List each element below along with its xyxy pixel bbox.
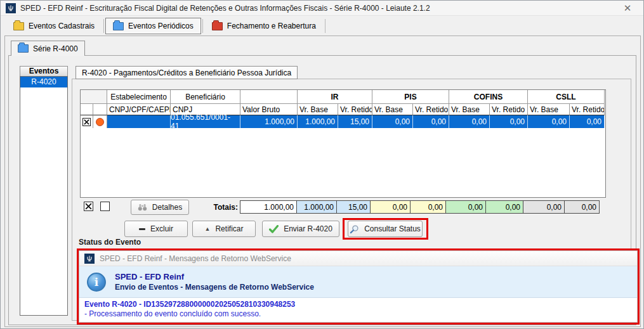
cell-csll-retido[interactable]: 0,00 [570, 115, 605, 128]
folder-blue-icon [113, 22, 124, 30]
tab-label: Fechamento e Reabertura [227, 22, 316, 30]
tab-eventos-cadastrais[interactable]: Eventos Cadastrais [6, 18, 102, 34]
tab-serie-r4000[interactable]: Série R-4000 [11, 41, 85, 56]
total-ir-base: 1.000,00 [296, 200, 337, 214]
total-cofins-retido: 0,00 [485, 200, 523, 214]
status-do-evento-label: Status do Evento [79, 238, 141, 247]
app-window: SPED - EFD Reinf - Escrituração Fiscal D… [0, 0, 644, 329]
cell-csll-base[interactable]: 0,00 [528, 115, 570, 128]
excluir-label: Excluir [150, 224, 173, 233]
cell-beneficiario-cnpj[interactable]: 01.055.651/0001-41 [171, 115, 240, 128]
group-header-pis: PIS [372, 90, 449, 104]
tab-r4020-event[interactable]: R-4020 - Pagamentos/Créditos a Beneficiá… [76, 66, 298, 79]
consultar-label: Consultar Status [364, 224, 421, 233]
event-id-line: Evento R-4020 - ID1352972880000002025052… [84, 300, 632, 309]
col-header-status [93, 104, 107, 115]
group-header-empty [240, 90, 298, 104]
select-all-checkbox[interactable] [84, 202, 93, 211]
message-panel-title: SPED - EFD Reinf - Mensagens de Retorno … [100, 254, 291, 263]
sidebar-item-r4020[interactable]: R-4020 [20, 77, 67, 87]
excluir-button[interactable]: Excluir [124, 221, 188, 237]
tab-label: Eventos Cadastrais [29, 22, 95, 30]
info-title: SPED - EFD Reinf [115, 272, 314, 281]
window-title: SPED - EFD Reinf - Escrituração Fiscal D… [20, 4, 430, 13]
info-subtitle: Envio de Eventos - Mensagens de Retorno … [115, 283, 314, 292]
serie-tab-label: Série R-4000 [33, 44, 78, 53]
total-valor-bruto: 1.000,00 [240, 200, 297, 214]
orange-circle-status-icon [96, 118, 104, 126]
row-checkbox-checked-icon[interactable] [82, 118, 91, 126]
magnifier-icon [350, 224, 359, 234]
cell-ir-base[interactable]: 1.000,00 [298, 115, 338, 128]
tab-separator [103, 19, 104, 33]
col-header-check [81, 104, 93, 115]
payments-grid[interactable]: Estabelecimento Beneficiário IR PIS COFI… [80, 89, 606, 198]
total-pis-base: 0,00 [370, 200, 411, 214]
sped-logo-icon [6, 3, 16, 13]
green-check-icon [269, 225, 279, 233]
total-ir-retido: 15,00 [336, 200, 371, 214]
group-header-cofins: COFINS [449, 90, 528, 104]
row-status-cell [93, 115, 107, 128]
cell-cofins-base[interactable]: 0,00 [449, 115, 490, 128]
cell-pis-retido[interactable]: 0,00 [413, 115, 449, 128]
consultar-status-button[interactable]: Consultar Status [348, 221, 423, 237]
sped-logo-icon [84, 254, 95, 264]
tab-label: Eventos Periódicos [128, 22, 194, 30]
col-header-csll-retido: Vr. Retido [570, 104, 605, 115]
folder-red-icon [212, 22, 223, 30]
group-header-csll: CSLL [528, 90, 605, 104]
total-csll-retido: 0,00 [564, 200, 600, 214]
binoculars-icon [138, 203, 147, 211]
total-pis-retido: 0,00 [410, 200, 446, 214]
webservice-message-panel: SPED - EFD Reinf - Mensagens de Retorno … [79, 250, 638, 323]
tab-separator [202, 19, 203, 33]
info-text-block: SPED - EFD Reinf Envio de Eventos - Mens… [115, 272, 314, 292]
grid-empty-area [81, 128, 605, 197]
col-header-cofins-base: Vr. Base [449, 104, 490, 115]
totais-label: Totais: [178, 203, 238, 212]
col-header-pis-base: Vr. Base [372, 104, 413, 115]
enviar-label: Enviar R-4020 [284, 224, 332, 233]
totals-row: 1.000,00 1.000,00 15,00 0,00 0,00 0,00 0… [240, 200, 600, 214]
cell-ir-retido[interactable]: 15,00 [338, 115, 372, 128]
message-body: Evento R-4020 - ID1352972880000002025052… [79, 298, 637, 322]
message-info-header: i SPED - EFD Reinf Envio de Eventos - Me… [79, 266, 637, 298]
enviar-r4020-button[interactable]: Enviar R-4020 [262, 221, 339, 237]
group-header-blank [81, 90, 107, 104]
result-line: - Processamento do evento concluído com … [84, 309, 632, 318]
deselect-all-checkbox[interactable] [100, 202, 110, 211]
col-header-cofins-retido: Vr. Retido [490, 104, 528, 115]
retificar-button[interactable]: ▲ Retificar [192, 221, 256, 237]
message-panel-titlebar: SPED - EFD Reinf - Mensagens de Retorno … [79, 251, 637, 266]
col-header-csll-base: Vr. Base [528, 104, 570, 115]
info-icon: i [87, 273, 106, 292]
close-button[interactable]: ✕ [617, 1, 638, 15]
minus-icon [139, 228, 145, 230]
cell-pis-base[interactable]: 0,00 [372, 115, 413, 128]
col-header-pis-retido: Vr. Retido [413, 104, 449, 115]
col-header-cnpj-cpf-caepf: CNPJ/CPF/CAEPF [107, 104, 171, 115]
group-header-beneficiario: Beneficiário [171, 90, 240, 104]
events-list-header: Eventos [20, 66, 68, 77]
cell-valor-bruto[interactable]: 1.000,00 [240, 115, 298, 128]
tab-separator [325, 19, 325, 33]
total-csll-base: 0,00 [523, 200, 565, 214]
tab-fechamento-reabertura[interactable]: Fechamento e Reabertura [204, 18, 324, 34]
col-header-valor-bruto: Valor Bruto [240, 104, 298, 115]
tab-eventos-periodicos[interactable]: Eventos Periódicos [105, 18, 201, 34]
cell-cofins-retido[interactable]: 0,00 [490, 115, 528, 128]
folder-yellow-icon [13, 22, 24, 30]
cell-estabelecimento[interactable] [107, 115, 171, 128]
title-bar: SPED - EFD Reinf - Escrituração Fiscal D… [1, 1, 643, 16]
folder-blue-icon [18, 44, 29, 53]
group-header-estabelecimento: Estabelecimento [107, 90, 171, 104]
total-cofins-base: 0,00 [445, 200, 486, 214]
main-tab-bar: Eventos Cadastrais Eventos Periódicos Fe… [1, 16, 643, 35]
events-listbox[interactable]: R-4020 [20, 76, 68, 316]
col-header-ir-retido: Vr. Retido [338, 104, 372, 115]
group-header-ir: IR [298, 90, 372, 104]
row-select-cell[interactable] [81, 115, 93, 128]
col-header-ir-base: Vr. Base [298, 104, 338, 115]
retificar-label: Retificar [215, 224, 243, 233]
